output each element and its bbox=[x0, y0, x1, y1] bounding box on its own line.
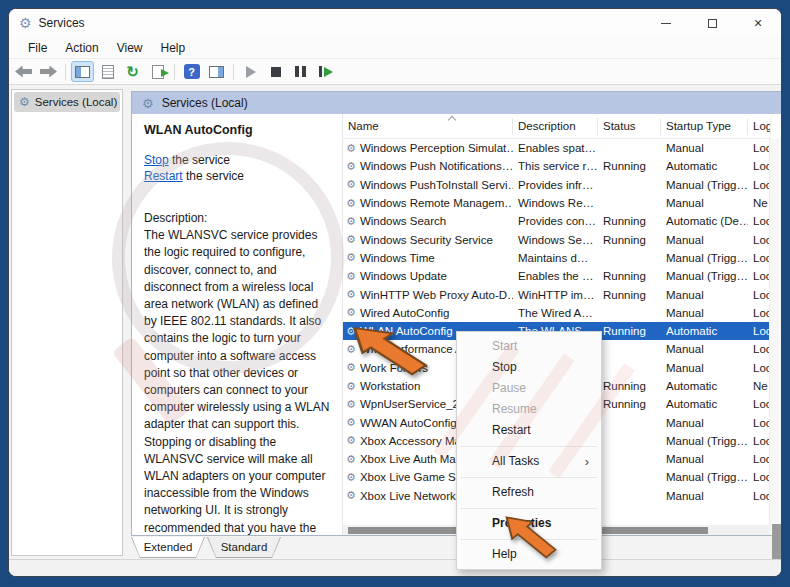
toolbar-separator bbox=[174, 64, 175, 80]
service-logon: Ne bbox=[748, 380, 771, 392]
context-menu-item-label: Resume bbox=[492, 402, 537, 416]
menu-help[interactable]: Help bbox=[152, 39, 195, 57]
service-startup: Manual (Trigg… bbox=[661, 179, 748, 191]
service-row[interactable]: ⚙Windows UpdateEnables the …RunningManua… bbox=[343, 267, 771, 285]
context-menu-item-start: Start bbox=[457, 336, 601, 357]
service-gear-icon: ⚙ bbox=[346, 252, 356, 263]
services-gear-icon: ⚙ bbox=[19, 16, 32, 30]
service-startup: Automatic bbox=[661, 160, 748, 172]
service-row[interactable]: ⚙Windows PushToInstall Servi…Provides in… bbox=[343, 176, 771, 194]
restart-service-icon[interactable] bbox=[314, 61, 337, 82]
menu-view[interactable]: View bbox=[108, 39, 152, 57]
tab-extended[interactable]: Extended bbox=[131, 537, 205, 558]
service-startup: Manual (Trigg… bbox=[661, 435, 748, 447]
service-startup: Automatic (De… bbox=[661, 215, 748, 227]
tab-standard[interactable]: Standard bbox=[207, 537, 281, 558]
service-row[interactable]: ⚙Windows SearchProvides con…RunningAutom… bbox=[343, 212, 771, 230]
tree-item-services-local[interactable]: ⚙ Services (Local) bbox=[14, 92, 120, 112]
back-icon[interactable] bbox=[12, 61, 35, 82]
context-menu-item-all-tasks[interactable]: All Tasks› bbox=[457, 451, 601, 472]
service-name: Work Folders bbox=[360, 362, 428, 374]
context-menu-item-label: Pause bbox=[492, 381, 526, 395]
forward-icon[interactable] bbox=[37, 61, 60, 82]
service-logon: Loc bbox=[748, 142, 771, 154]
start-service-icon[interactable] bbox=[239, 61, 262, 82]
service-gear-icon: ⚙ bbox=[346, 417, 356, 428]
maximize-icon bbox=[708, 19, 717, 28]
context-menu-separator bbox=[461, 446, 597, 447]
column-header-description[interactable]: Description bbox=[513, 118, 598, 135]
service-logon: Loc bbox=[748, 343, 771, 355]
service-gear-icon: ⚙ bbox=[346, 381, 356, 392]
service-startup: Automatic bbox=[661, 325, 748, 337]
service-desc: The Wired A… bbox=[513, 307, 598, 319]
service-row[interactable]: ⚙Windows TimeMaintains d…Manual (Trigg…L… bbox=[343, 249, 771, 267]
service-row[interactable]: ⚙Windows Push Notifications…This service… bbox=[343, 157, 771, 175]
service-logon: Loc bbox=[748, 252, 771, 264]
context-menu-item-refresh[interactable]: Refresh bbox=[457, 482, 601, 503]
maximize-button[interactable] bbox=[689, 9, 735, 37]
service-desc: Provides con… bbox=[513, 215, 598, 227]
pane-header: ⚙ Services (Local) bbox=[132, 92, 782, 114]
context-menu-item-properties[interactable]: Properties bbox=[457, 513, 601, 534]
desktop-background: ⚙ Services × FileActionViewHelp ↻? ⚙ Ser… bbox=[0, 0, 790, 587]
context-menu-item-label: Properties bbox=[492, 516, 551, 530]
service-gear-icon: ⚙ bbox=[346, 307, 356, 318]
restart-service-link[interactable]: Restart bbox=[144, 169, 183, 183]
column-header-log-on-as[interactable]: Log On As bbox=[748, 118, 771, 135]
context-menu-separator bbox=[461, 539, 597, 540]
context-menu-item-label: All Tasks bbox=[492, 454, 539, 468]
help-icon[interactable]: ? bbox=[180, 61, 203, 82]
export-list-icon[interactable] bbox=[146, 61, 169, 82]
context-menu-item-stop[interactable]: Stop bbox=[457, 357, 601, 378]
minimize-button[interactable] bbox=[643, 9, 689, 37]
service-row[interactable]: ⚙Windows Remote Managem…Windows Re…Manua… bbox=[343, 194, 771, 212]
service-status: Running bbox=[598, 289, 661, 301]
service-status: Running bbox=[598, 215, 661, 227]
service-gear-icon: ⚙ bbox=[346, 454, 356, 465]
column-header-startup-type[interactable]: Startup Type bbox=[661, 118, 748, 135]
stop-link-suffix: the service bbox=[169, 153, 230, 167]
service-logon: Loc bbox=[748, 307, 771, 319]
pause-service-icon[interactable] bbox=[289, 61, 312, 82]
tab-label: Extended bbox=[132, 537, 204, 557]
tree-item-label: Services (Local) bbox=[35, 96, 117, 108]
show-console-tree-icon[interactable] bbox=[71, 61, 94, 82]
service-startup: Manual bbox=[661, 307, 748, 319]
status-bar bbox=[9, 559, 781, 577]
service-startup: Manual bbox=[661, 417, 748, 429]
menu-action[interactable]: Action bbox=[56, 39, 107, 57]
service-row[interactable]: ⚙Wired AutoConfigThe Wired A…ManualLoc bbox=[343, 304, 771, 322]
service-startup: Manual bbox=[661, 362, 748, 374]
service-gear-icon: ⚙ bbox=[346, 216, 356, 227]
service-status: Running bbox=[598, 234, 661, 246]
menu-file[interactable]: File bbox=[19, 39, 56, 57]
column-header-name[interactable]: Name bbox=[343, 118, 513, 135]
service-gear-icon: ⚙ bbox=[346, 435, 356, 446]
service-logon: Loc bbox=[748, 398, 771, 410]
service-desc: Windows Re… bbox=[513, 197, 598, 209]
service-name: WWAN AutoConfig bbox=[360, 417, 457, 429]
context-menu-item-restart[interactable]: Restart bbox=[457, 420, 601, 441]
service-startup: Manual (Trigg… bbox=[661, 270, 748, 282]
close-button[interactable]: × bbox=[735, 9, 781, 37]
view-tabs: ExtendedStandard bbox=[131, 537, 281, 558]
service-row[interactable]: ⚙Windows Security ServiceWindows Se…Runn… bbox=[343, 230, 771, 248]
properties-window-icon[interactable] bbox=[96, 61, 119, 82]
console-tree-panel: ⚙ Services (Local) bbox=[11, 89, 123, 556]
context-menu-item-label: Refresh bbox=[492, 485, 534, 499]
column-header-status[interactable]: Status bbox=[598, 118, 661, 135]
show-action-pane-icon[interactable] bbox=[205, 61, 228, 82]
stop-service-link[interactable]: Stop bbox=[144, 153, 169, 167]
title-bar: ⚙ Services × bbox=[9, 9, 781, 37]
refresh-icon[interactable]: ↻ bbox=[121, 61, 144, 82]
service-startup: Manual bbox=[661, 490, 748, 502]
vertical-scrollbar[interactable] bbox=[769, 139, 782, 525]
service-logon: Loc bbox=[748, 471, 771, 483]
stop-service-icon[interactable] bbox=[264, 61, 287, 82]
context-menu-item-help[interactable]: Help bbox=[457, 544, 601, 565]
service-row[interactable]: ⚙WinHTTP Web Proxy Auto-D…WinHTTP im…Run… bbox=[343, 285, 771, 303]
service-row[interactable]: ⚙Windows Perception Simulat…Enables spat… bbox=[343, 139, 771, 157]
context-menu-separator bbox=[461, 508, 597, 509]
service-gear-icon: ⚙ bbox=[346, 289, 356, 300]
